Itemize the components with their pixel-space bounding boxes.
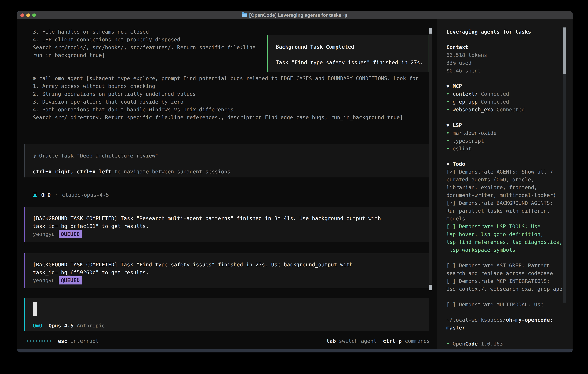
message-line1: [BACKGROUND TASK COMPLETED] Task "Find t…	[33, 261, 353, 269]
chat-scrollbar-thumb-top[interactable]	[429, 28, 432, 33]
gear-icon: ⚙	[33, 75, 36, 81]
window-title: [OpenCode] Leveraging agents for tasks	[249, 12, 341, 18]
tool-call-line: 4. Path operations that don't handle Win…	[33, 106, 403, 114]
prompt-input[interactable]: OmO Opus 4.5 Anthropic	[24, 298, 429, 331]
zoom-button[interactable]	[32, 13, 36, 17]
tool-call-line: 3. Division operations that could divide…	[33, 98, 403, 106]
todo-line: [ ] Demonstrate LSP TOOLS: Use	[446, 223, 562, 230]
background-task-toast: Background Task Completed Task "Find typ…	[267, 35, 429, 72]
todo-line: curated agents (OmO, oracle,	[446, 176, 556, 184]
toast-title: Background Task Completed	[276, 43, 354, 51]
todo-item-pending: [ ] Demonstrate MCP INTEGRATIONS: Use co…	[446, 277, 562, 293]
esc-label: interrupt	[71, 338, 99, 344]
esc-key-hint: esc	[58, 338, 67, 344]
lsp-item: • markdown-oxide	[446, 129, 497, 137]
oracle-title: Oracle Task "Deep architecture review"	[39, 153, 158, 159]
window-title-row: [OpenCode] Leveraging agents for tasks ◑	[17, 12, 573, 18]
tool-call-header-text: call_omo_agent [subagent_type=explore, p…	[39, 75, 419, 81]
statusbar-left: esc interrupt	[27, 337, 99, 345]
bullet-icon: •	[446, 99, 450, 105]
todo-line: Use context7, websearch_exa, grep_app	[446, 285, 562, 293]
agent-header: OmO · claude-opus-4-5	[33, 191, 109, 199]
oracle-icon: ◎	[33, 153, 36, 159]
input-agent-label: OmO	[33, 323, 42, 329]
todo-line: lsp_workspace_symbols	[446, 246, 562, 254]
spinner-dots-icon	[27, 340, 51, 342]
cmd-label: commands	[405, 338, 430, 344]
scrollback-line: run_in_background=true]	[33, 51, 255, 59]
window-bottom-frame	[17, 349, 573, 352]
tool-call-line: Search src/ directory. Return specific f…	[33, 114, 403, 121]
agent-name: OmO	[41, 192, 51, 198]
input-model-row[interactable]: OmO Opus 4.5 Anthropic	[33, 322, 105, 330]
todo-section-header[interactable]: ▼ Todo	[446, 160, 465, 168]
bullet-icon: •	[446, 146, 450, 152]
workspace-path: ~/local-workspaces/oh-my-opencode:	[446, 316, 553, 324]
lsp-item-name: markdown-oxide	[452, 130, 496, 136]
todo-item-active: [ ] Demonstrate LSP TOOLS: Use lsp_hover…	[446, 223, 562, 254]
tool-call-line: 1. Array access without bounds checking	[33, 82, 403, 90]
context-used: 33% used	[446, 59, 471, 67]
opencode-version: 1.0.163	[481, 341, 503, 347]
opencode-window: [OpenCode] Leveraging agents for tasks ◑…	[17, 11, 573, 353]
input-model-label: Opus 4.5	[48, 323, 74, 329]
version-footer: • OpenCode 1.0.163	[446, 340, 503, 348]
bullet-icon: •	[446, 107, 450, 113]
todo-item-done: [✓] Demonstrate BACKGROUND AGENTS: Run p…	[446, 199, 553, 223]
lsp-heading: LSP	[452, 122, 462, 128]
context-heading: Context	[446, 43, 468, 51]
bullet-icon: •	[446, 91, 450, 97]
mcp-item-name: grep_app	[452, 99, 478, 105]
status-badge: QUEUED	[59, 276, 82, 284]
chevron-down-icon: ▼	[446, 122, 450, 128]
text-cursor	[33, 302, 37, 316]
tool-call-body: 1. Array access without bounds checking …	[33, 82, 403, 121]
todo-item-pending: [ ] Demonstrate MULTIMODAL: Use	[446, 301, 544, 309]
opencode-name-regular: Open	[452, 341, 465, 347]
input-provider-label: Anthropic	[77, 323, 105, 329]
sidebar-scrollbar-thumb[interactable]	[563, 28, 566, 74]
workspace-path-prefix: ~/local-workspaces/	[446, 317, 506, 323]
close-button[interactable]	[21, 13, 24, 17]
todo-line: models	[446, 215, 553, 223]
omo-agent-icon	[33, 193, 37, 197]
status-badge: QUEUED	[59, 230, 82, 238]
scrollback-text: 3. File handles or streams not closed 4.…	[33, 28, 255, 59]
oracle-hint-keys: ctrl+x right, ctrl+x left	[33, 169, 111, 175]
oracle-task-box: ◎ Oracle Task "Deep architecture review"…	[24, 144, 429, 177]
todo-item-pending: [ ] Demonstrate AST-GREP: Pattern search…	[446, 262, 553, 277]
lsp-section-header[interactable]: ▼ LSP	[446, 121, 462, 129]
opencode-name-bold: Code	[465, 341, 478, 347]
mcp-item-status: Connected	[497, 107, 525, 113]
titlebar: [OpenCode] Leveraging agents for tasks ◑	[17, 11, 573, 19]
chat-scrollbar-track[interactable]	[429, 28, 432, 291]
oracle-hint-line: ctrl+x right, ctrl+x left to navigate be…	[33, 168, 230, 176]
cmd-key-hint: ctrl+p	[383, 338, 402, 344]
message-block: [BACKGROUND TASK COMPLETED] Task "Find t…	[24, 253, 429, 288]
tab-key-hint: tab	[326, 338, 336, 344]
message-line1: [BACKGROUND TASK COMPLETED] Task "Resear…	[33, 215, 381, 222]
chat-scrollbar-thumb[interactable]	[429, 285, 432, 291]
mcp-item-name: websearch_exa	[452, 107, 493, 113]
todo-heading: Todo	[452, 161, 465, 167]
busy-icon: ◑	[343, 12, 348, 18]
workspace-branch: master	[446, 324, 465, 332]
todo-line: librarian, explore, frontend,	[446, 184, 556, 191]
todo-line: [ ] Demonstrate MULTIMODAL: Use	[446, 301, 544, 309]
lsp-item-name: typescript	[452, 138, 484, 144]
mcp-section-header[interactable]: ▼ MCP	[446, 82, 462, 90]
message-line2: task_id="bg_dcfac161" to get results.	[33, 222, 149, 230]
todo-line: [ ] Demonstrate MCP INTEGRATIONS:	[446, 277, 562, 285]
mcp-item-status: Connected	[481, 99, 509, 105]
mcp-item: • grep_app Connected	[446, 98, 509, 106]
bullet-icon: •	[446, 130, 450, 136]
workspace-repo: oh-my-opencode:	[506, 317, 553, 323]
agent-separator: ·	[55, 192, 58, 198]
tab-label: switch agent	[339, 338, 377, 344]
minimize-button[interactable]	[26, 13, 30, 17]
folder-icon	[242, 13, 247, 17]
scrollback-line: 3. File handles or streams not closed	[33, 28, 255, 36]
context-spent: $0.46 spent	[446, 67, 481, 75]
session-title: Leveraging agents for tasks	[446, 28, 531, 36]
mcp-item-status: Connected	[481, 91, 509, 97]
